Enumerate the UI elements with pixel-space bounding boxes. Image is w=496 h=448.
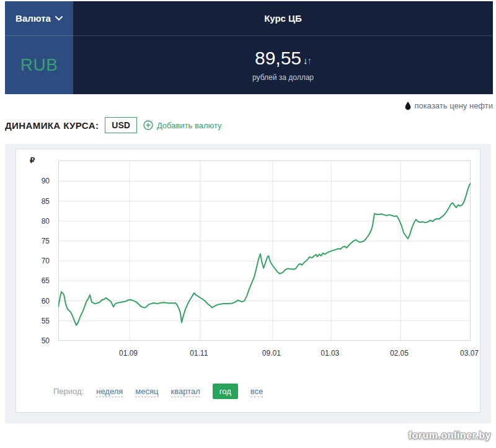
rate-trend-arrows: ↓↑: [303, 51, 311, 71]
oil-drop-icon: [405, 102, 411, 110]
y-tick-label: 75: [25, 236, 50, 246]
y-tick-label: 85: [25, 196, 50, 206]
currency-dropdown[interactable]: Валюта: [16, 13, 63, 24]
period-label: Период:: [53, 387, 84, 396]
dynamics-row: ДИНАМИКА КУРСА: USD Добавить валюту: [5, 117, 222, 133]
y-tick-label: 65: [25, 276, 50, 286]
rate-caption: рублей за доллар: [252, 73, 314, 82]
rate-line-USD: [58, 183, 471, 325]
currency-dropdown-label: Валюта: [16, 13, 51, 24]
y-tick-label: 70: [25, 256, 50, 266]
x-tick-label: 01.03: [311, 349, 348, 358]
currency-column: Валюта RUB: [5, 1, 73, 94]
period-option-квартал[interactable]: квартал: [171, 386, 200, 397]
period-option-все[interactable]: все: [250, 386, 264, 397]
rate-value: 89,55 ↓↑: [255, 48, 311, 71]
rate-column-title: Курс ЦБ: [264, 13, 302, 24]
arrow-up-icon: ↑: [308, 55, 312, 66]
x-tick-label: 09.01: [253, 349, 290, 358]
x-tick-label: 02.05: [381, 349, 418, 358]
x-tick-label: 01.11: [180, 349, 218, 358]
selected-currency-box[interactable]: USD: [105, 117, 137, 133]
y-tick-label: 80: [25, 216, 50, 226]
rate-number: 89,55: [255, 48, 301, 68]
chart-panel: ₽ 908580757065605550 01.0901.1109.0101.0…: [5, 144, 491, 423]
oil-link-label: показать цену нефти: [415, 101, 493, 110]
x-tick-label: 03.07: [451, 349, 488, 358]
period-option-год[interactable]: год: [213, 384, 238, 399]
x-tick-label: 01.09: [110, 349, 147, 358]
y-axis-unit-label: ₽: [30, 156, 35, 165]
y-tick-label: 55: [25, 316, 50, 326]
dynamics-title: ДИНАМИКА КУРСА:: [5, 120, 99, 131]
plus-circle-icon: [143, 120, 153, 130]
rate-line-chart[interactable]: [58, 160, 471, 341]
y-tick-label: 50: [25, 336, 50, 346]
chevron-down-icon: [55, 16, 63, 20]
currency-code: RUB: [20, 55, 58, 75]
page: { "header": { "currency_label": "Валюта"…: [0, 0, 496, 448]
period-selector: Период: неделямесяцкварталгодвсе: [53, 384, 263, 399]
show-oil-price-link[interactable]: показать цену нефти: [405, 101, 493, 110]
rate-column: Курс ЦБ 89,55 ↓↑ рублей за доллар: [73, 1, 493, 94]
chart-card: ₽ 908580757065605550 01.0901.1109.0101.0…: [16, 149, 480, 413]
y-tick-label: 90: [25, 176, 50, 186]
watermark: forum.onliner.by: [409, 430, 491, 441]
add-currency-label: Добавить валюту: [157, 121, 222, 130]
rates-header: Валюта RUB Курс ЦБ 89,55 ↓↑ рублей за до…: [5, 1, 493, 94]
y-tick-label: 60: [25, 296, 50, 306]
period-option-месяц[interactable]: месяц: [135, 386, 158, 397]
period-option-неделя[interactable]: неделя: [96, 386, 123, 397]
add-currency-button[interactable]: Добавить валюту: [143, 120, 222, 130]
